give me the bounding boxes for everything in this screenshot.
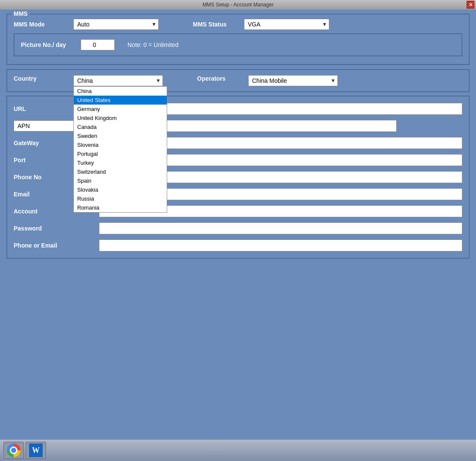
mms-mode-label: MMS Mode bbox=[14, 21, 73, 28]
word-taskbar-btn[interactable]: W bbox=[26, 442, 46, 459]
picture-no-label: Picture No./ day bbox=[21, 41, 81, 48]
country-option-turkey[interactable]: Turkey bbox=[74, 158, 167, 167]
chrome-icon bbox=[7, 443, 20, 457]
mms-mode-wrapper: Auto Manual Off ▼ bbox=[73, 19, 159, 30]
phone-or-email-input[interactable] bbox=[99, 239, 462, 251]
country-label: Country bbox=[14, 75, 73, 82]
country-option-canada[interactable]: Canada bbox=[74, 123, 167, 131]
country-option-russia[interactable]: Russia bbox=[74, 194, 167, 203]
main-window: MMS MMS Mode Auto Manual Off ▼ MMS Statu… bbox=[0, 9, 476, 440]
country-select-wrapper: China United States Germany United Kingd… bbox=[73, 75, 163, 86]
mms-mode-select[interactable]: Auto Manual Off bbox=[73, 19, 159, 30]
mms-group-title: MMS bbox=[12, 10, 30, 17]
password-input[interactable] bbox=[99, 222, 462, 234]
country-option-slovenia[interactable]: Slovenia bbox=[74, 140, 167, 149]
picture-no-row: Picture No./ day Note: 0 = Unlimited bbox=[21, 39, 455, 50]
note-text: Note: 0 = Unlimited bbox=[128, 41, 178, 48]
mms-mode-status-row: MMS Mode Auto Manual Off ▼ MMS Status VG… bbox=[14, 19, 462, 30]
phone-or-email-row: Phone or Email bbox=[14, 239, 462, 251]
taskbar: W bbox=[0, 440, 476, 461]
mms-status-wrapper: VGA QVGA SXGA ▼ bbox=[244, 19, 329, 30]
country-option-us[interactable]: United States bbox=[74, 96, 167, 105]
mms-status-label: MMS Status bbox=[193, 21, 244, 28]
close-button[interactable]: ✕ bbox=[467, 1, 474, 9]
country-dropdown-scroll[interactable]: China United States Germany United Kingd… bbox=[74, 87, 167, 212]
country-section: Country China United States Germany Unit… bbox=[6, 69, 470, 92]
country-select[interactable]: China United States Germany United Kingd… bbox=[73, 75, 163, 86]
password-row: Password bbox=[14, 222, 462, 234]
chrome-taskbar-btn[interactable] bbox=[3, 442, 24, 459]
password-label: Password bbox=[14, 225, 99, 232]
country-option-portugal[interactable]: Portugal bbox=[74, 149, 167, 158]
title-bar-text: MMS Setup - Account Manager bbox=[203, 2, 274, 8]
country-option-spain[interactable]: Spain bbox=[74, 176, 167, 185]
operators-label: Operators bbox=[197, 75, 248, 82]
country-dropdown-list: China United States Germany United Kingd… bbox=[73, 86, 167, 213]
operators-select[interactable]: China Mobile China Unicom China Telecom bbox=[248, 75, 338, 86]
country-operators-row: Country China United States Germany Unit… bbox=[14, 75, 462, 86]
country-option-romania[interactable]: Romania bbox=[74, 203, 167, 212]
mms-group-box: MMS MMS Mode Auto Manual Off ▼ MMS Statu… bbox=[6, 14, 470, 65]
title-bar: MMS Setup - Account Manager ✕ bbox=[0, 0, 476, 9]
country-option-switzerland[interactable]: Switzerland bbox=[74, 167, 167, 176]
picture-no-input[interactable] bbox=[81, 39, 115, 50]
phone-or-email-label: Phone or Email bbox=[14, 242, 99, 249]
mms-status-select[interactable]: VGA QVGA SXGA bbox=[244, 19, 329, 30]
country-dropdown-container: China United States Germany United Kingd… bbox=[73, 75, 163, 86]
country-option-slovakia[interactable]: Slovakia bbox=[74, 185, 167, 194]
country-option-uk[interactable]: United Kingdom bbox=[74, 114, 167, 123]
operators-wrapper: China Mobile China Unicom China Telecom … bbox=[248, 75, 338, 86]
picture-no-section: Picture No./ day Note: 0 = Unlimited bbox=[14, 33, 462, 56]
word-icon: W bbox=[29, 443, 43, 457]
country-option-sweden[interactable]: Sweden bbox=[74, 131, 167, 140]
country-option-china[interactable]: China bbox=[74, 87, 167, 96]
country-option-germany[interactable]: Germany bbox=[74, 105, 167, 114]
